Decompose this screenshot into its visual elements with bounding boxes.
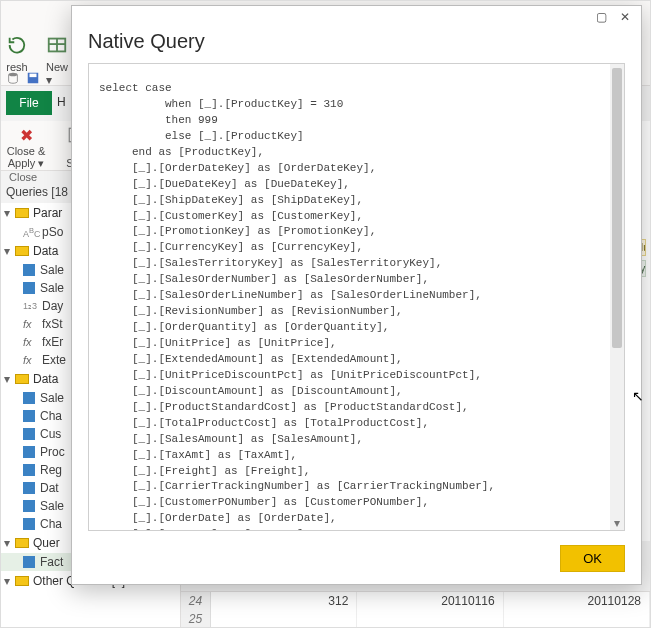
dialog-footer: OK xyxy=(72,539,641,584)
maximize-button[interactable]: ▢ xyxy=(589,8,613,26)
native-query-dialog: ▢ ✕ Native Query select case when [_].[P… xyxy=(71,5,642,585)
close-icon: ✕ xyxy=(620,10,630,24)
app-root: resh New ▾ File H ✖ Close & Apply ▾ N So… xyxy=(0,0,651,628)
sql-content: select case when [_].[ProductKey] = 310 … xyxy=(89,75,624,531)
cursor-icon: ↖ xyxy=(632,388,644,404)
ok-button[interactable]: OK xyxy=(560,545,625,572)
dialog-titlebar: ▢ ✕ xyxy=(72,6,641,28)
ok-button-label: OK xyxy=(583,551,602,566)
scroll-thumb[interactable] xyxy=(612,68,622,348)
maximize-icon: ▢ xyxy=(596,10,607,24)
modal-overlay: ▢ ✕ Native Query select case when [_].[P… xyxy=(1,1,650,627)
close-button[interactable]: ✕ xyxy=(613,8,637,26)
scrollbar-vertical[interactable]: ▴ ▾ xyxy=(610,64,624,530)
dialog-title: Native Query xyxy=(72,28,641,63)
sql-text-area[interactable]: select case when [_].[ProductKey] = 310 … xyxy=(88,63,625,531)
scroll-down-icon[interactable]: ▾ xyxy=(610,516,624,530)
